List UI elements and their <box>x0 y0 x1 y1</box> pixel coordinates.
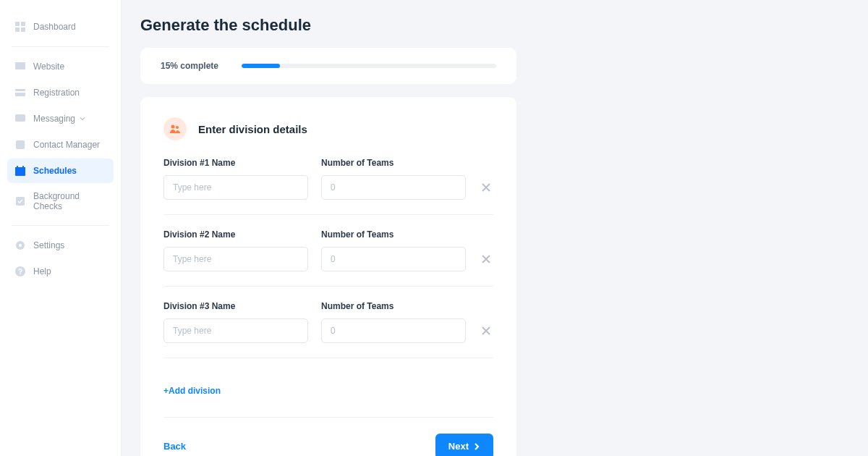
sidebar-item-label: Schedules <box>33 166 77 176</box>
sidebar-item-registration[interactable]: Registration <box>7 80 114 105</box>
division-teams-label: Number of Teams <box>321 229 466 240</box>
svg-rect-4 <box>15 62 25 69</box>
next-button-label: Next <box>448 441 469 452</box>
division-name-label: Division #2 Name <box>163 229 308 240</box>
sidebar-item-contact-manager[interactable]: Contact Manager <box>7 132 114 157</box>
sidebar-item-label: Registration <box>33 88 80 98</box>
close-icon <box>482 183 490 192</box>
sidebar-item-background-checks[interactable]: Background Checks <box>7 185 114 218</box>
division-name-input[interactable] <box>163 175 308 200</box>
svg-rect-2 <box>15 28 20 32</box>
sidebar-item-label: Help <box>33 266 51 276</box>
form-card: Enter division details Division #1 Name … <box>140 97 516 456</box>
sidebar-item-settings[interactable]: Settings <box>7 233 114 258</box>
nav-divider <box>12 225 109 226</box>
svg-rect-7 <box>15 114 25 122</box>
monitor-icon <box>14 61 26 72</box>
nav-section-apps: Website Registration Messaging Contact M… <box>0 54 121 218</box>
progress-fill <box>242 64 280 68</box>
progress-bar <box>242 64 496 68</box>
delete-division-button[interactable] <box>479 247 493 271</box>
sidebar-item-label: Settings <box>33 240 64 250</box>
division-name-input[interactable] <box>163 247 308 271</box>
svg-rect-12 <box>22 166 24 169</box>
users-icon <box>163 117 187 140</box>
svg-point-18 <box>171 125 175 129</box>
svg-rect-11 <box>17 166 18 169</box>
gear-icon <box>14 240 26 251</box>
division-teams-input[interactable] <box>321 318 466 343</box>
chat-icon <box>14 113 26 124</box>
card-icon <box>14 87 26 98</box>
svg-rect-1 <box>21 22 25 26</box>
progress-label: 15% complete <box>161 61 218 71</box>
page-title: Generate the schedule <box>140 16 849 35</box>
chevron-down-icon <box>80 114 85 124</box>
svg-point-15 <box>19 244 22 247</box>
svg-text:?: ? <box>18 268 22 276</box>
nav-section-bottom: Settings ? Help <box>0 233 121 284</box>
back-button[interactable]: Back <box>163 441 186 452</box>
sidebar: Dashboard Website Registration Messaging… <box>0 0 122 456</box>
grid-icon <box>14 21 26 33</box>
division-teams-input[interactable] <box>321 247 466 271</box>
division-teams-label: Number of Teams <box>321 301 466 311</box>
sidebar-item-website[interactable]: Website <box>7 54 114 79</box>
help-icon: ? <box>14 266 26 277</box>
delete-division-button[interactable] <box>479 175 493 200</box>
add-division-link[interactable]: +Add division <box>163 386 221 396</box>
close-icon <box>482 326 490 335</box>
svg-rect-0 <box>15 22 20 26</box>
division-row-3: Division #3 Name Number of Teams <box>163 301 493 358</box>
division-name-label: Division #3 Name <box>163 301 308 311</box>
contact-icon <box>14 139 26 151</box>
main-content: Generate the schedule 15% complete Enter… <box>122 0 868 456</box>
sidebar-item-label: Messaging <box>33 114 75 124</box>
division-row-1: Division #1 Name Number of Teams <box>163 158 493 215</box>
division-teams-label: Number of Teams <box>321 158 466 168</box>
form-footer: Back Next <box>163 417 493 456</box>
svg-rect-8 <box>16 140 25 149</box>
sidebar-item-label: Dashboard <box>33 22 76 32</box>
close-icon <box>482 255 490 263</box>
sidebar-item-label: Website <box>33 62 64 72</box>
progress-card: 15% complete <box>140 48 516 84</box>
sidebar-item-label: Contact Manager <box>33 140 100 150</box>
delete-division-button[interactable] <box>479 318 493 343</box>
sidebar-item-messaging[interactable]: Messaging <box>7 106 114 131</box>
svg-rect-3 <box>21 28 25 32</box>
shield-icon <box>14 195 26 207</box>
division-name-label: Division #1 Name <box>163 158 308 168</box>
division-teams-input[interactable] <box>321 175 466 200</box>
division-row-2: Division #2 Name Number of Teams <box>163 229 493 287</box>
next-button[interactable]: Next <box>435 434 493 456</box>
nav-section-main: Dashboard <box>0 14 121 39</box>
sidebar-item-label: Background Checks <box>33 191 106 211</box>
card-title: Enter division details <box>198 123 307 135</box>
svg-point-19 <box>176 126 179 129</box>
sidebar-item-help[interactable]: ? Help <box>7 259 114 284</box>
chevron-right-icon <box>473 443 480 450</box>
sidebar-item-dashboard[interactable]: Dashboard <box>7 14 114 39</box>
svg-rect-6 <box>15 91 25 93</box>
sidebar-item-schedules[interactable]: Schedules <box>7 159 114 183</box>
division-name-input[interactable] <box>163 318 308 343</box>
nav-divider <box>12 46 109 47</box>
calendar-icon <box>14 165 26 177</box>
card-header: Enter division details <box>163 117 493 140</box>
